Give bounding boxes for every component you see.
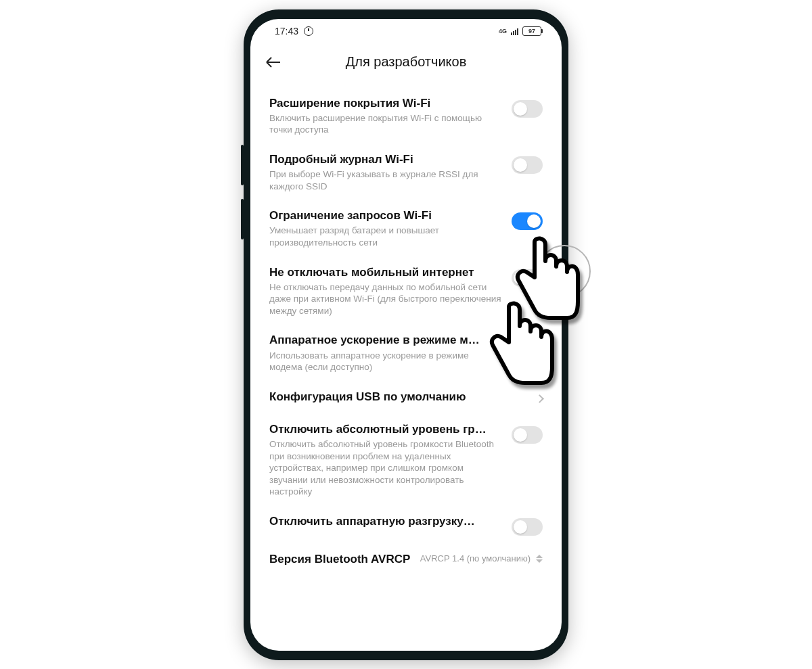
alarm-icon <box>304 26 313 36</box>
settings-item-desc: Уменьшает разряд батареи и повышает прои… <box>269 225 503 248</box>
settings-item[interactable]: Версия Bluetooth AVRCPAVRCP 1.4 (по умол… <box>250 544 562 576</box>
settings-item-desc: Отключить абсолютный уровень громкости B… <box>269 438 503 498</box>
settings-item-title: Отключить аппаратную разгрузку… <box>269 514 503 528</box>
settings-item-title: Ограничение запросов Wi-Fi <box>269 208 503 223</box>
signal-icon <box>511 27 518 35</box>
settings-item-text: Отключить абсолютный уровень гр…Отключит… <box>269 422 503 498</box>
settings-item-text: Отключить аппаратную разгрузку… <box>269 514 503 530</box>
settings-item[interactable]: Отключить абсолютный уровень гр…Отключит… <box>250 414 562 506</box>
status-bar: 17:43 4G 97 <box>250 19 562 43</box>
settings-item-title: Версия Bluetooth AVRCP <box>269 552 412 566</box>
settings-item-desc: При выборе Wi-Fi указывать в журнале RSS… <box>269 168 503 192</box>
settings-item-title: Отключить абсолютный уровень гр… <box>269 422 503 436</box>
settings-item-value-text: AVRCP 1.4 (по умолчанию) <box>420 553 531 564</box>
settings-item-title: Расширение покрытия Wi-Fi <box>269 96 503 110</box>
settings-item-text: Ограничение запросов Wi-FiУменьшает разр… <box>269 208 503 248</box>
settings-item-desc: Не отключать передачу данных по мобильно… <box>269 281 503 317</box>
toggle-switch[interactable] <box>512 212 543 230</box>
settings-item[interactable]: Расширение покрытия Wi-FiВключить расшир… <box>250 88 562 144</box>
battery-level: 97 <box>528 28 535 34</box>
settings-item[interactable]: Подробный журнал Wi-FiПри выборе Wi-Fi у… <box>250 144 562 200</box>
toggle-switch[interactable] <box>512 518 543 536</box>
settings-item-title: Не отключать мобильный интернет <box>269 265 503 279</box>
back-button[interactable] <box>264 53 283 72</box>
settings-item-text: Не отключать мобильный интернетНе отключ… <box>269 265 503 317</box>
settings-item-desc: Использовать аппаратное ускорение в режи… <box>269 350 503 373</box>
cursor-pointer-icon-2 <box>482 299 563 400</box>
header: Для разработчиков <box>250 43 562 84</box>
settings-item-title: Аппаратное ускорение в режиме м… <box>269 333 503 347</box>
status-time: 17:43 <box>275 26 298 37</box>
battery-icon: 97 <box>522 26 541 36</box>
updown-icon <box>536 555 543 563</box>
settings-item-title: Подробный журнал Wi-Fi <box>269 152 503 166</box>
network-type-label: 4G <box>499 28 507 34</box>
toggle-switch[interactable] <box>512 426 543 444</box>
page-title: Для разработчиков <box>250 54 562 70</box>
toggle-switch[interactable] <box>512 156 543 174</box>
settings-item[interactable]: Отключить аппаратную разгрузку… <box>250 506 562 544</box>
settings-item-text: Версия Bluetooth AVRCP <box>269 552 412 568</box>
settings-item-text: Подробный журнал Wi-FiПри выборе Wi-Fi у… <box>269 152 503 192</box>
back-arrow-icon <box>267 62 280 63</box>
settings-item-text: Расширение покрытия Wi-FiВключить расшир… <box>269 96 503 136</box>
settings-item-desc: Включить расширение покрытия Wi-Fi с пом… <box>269 112 503 136</box>
settings-item-text: Аппаратное ускорение в режиме м…Использо… <box>269 333 503 373</box>
toggle-switch[interactable] <box>512 100 543 118</box>
settings-item-value[interactable]: AVRCP 1.4 (по умолчанию) <box>420 553 543 564</box>
